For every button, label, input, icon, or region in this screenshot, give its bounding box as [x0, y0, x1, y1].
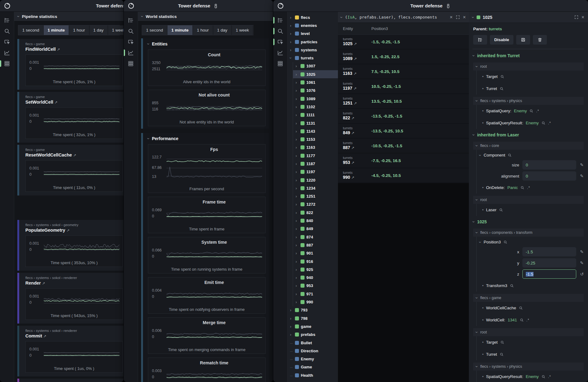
time-range-tab[interactable]: 1 hour — [193, 25, 213, 35]
expand-chevron-icon[interactable] — [296, 259, 299, 264]
tree-item[interactable]: 1007 — [293, 62, 338, 70]
time-range-tab[interactable]: 1 second — [142, 25, 167, 35]
query-result-row[interactable]: turrets 953↗ -7.5, -0.25, 16.5 — [338, 153, 469, 168]
tree-item[interactable]: 1220 — [293, 176, 338, 184]
tree-item[interactable]: 1076 — [293, 87, 338, 95]
tree-item[interactable]: 1163 — [293, 144, 338, 152]
tree-item[interactable]: 874 — [293, 233, 338, 241]
expand-chevron-icon[interactable] — [296, 300, 299, 304]
edit-pencil-icon[interactable]: ✎ — [580, 174, 584, 178]
field-input[interactable]: -0.25 — [522, 258, 576, 268]
tree-item[interactable]: Health — [288, 371, 338, 379]
entity-id-link[interactable]: 887↗ — [343, 145, 354, 150]
query-result-row[interactable]: turrets 849↗ -13.5, -0.25, 10.5 — [338, 124, 469, 139]
expand-chevron-icon[interactable] — [296, 145, 299, 150]
pair-wildcard[interactable]: .* — [527, 186, 530, 190]
expand-chevron-icon[interactable] — [290, 316, 293, 321]
expand-chevron-icon[interactable] — [296, 251, 299, 255]
expand-chevron-icon[interactable] — [296, 210, 299, 215]
disable-button[interactable]: Disable — [490, 35, 513, 45]
field-input[interactable]: -1.5 — [522, 247, 576, 256]
entity-id-link[interactable]: 849↗ — [343, 130, 354, 135]
search-icon[interactable] — [529, 109, 534, 113]
module-group-header[interactable]: › flecs › game — [473, 294, 584, 302]
search-icon[interactable] — [519, 306, 523, 310]
search-icon[interactable] — [499, 352, 504, 357]
show-in-tree-button[interactable] — [473, 35, 487, 45]
edit-pencil-icon[interactable]: ✎ — [580, 260, 584, 265]
module-group-header[interactable]: › root — [473, 328, 584, 336]
tree-item[interactable]: 1025 — [293, 70, 338, 78]
expand-chevron-icon[interactable] — [290, 56, 293, 60]
inspector-icon[interactable] — [273, 36, 287, 47]
expand-chevron-icon[interactable] — [296, 80, 299, 85]
field-input[interactable]: 0 — [522, 160, 576, 170]
module-group-header[interactable]: › flecs › components › transform — [473, 229, 584, 237]
entity-id-link[interactable]: 1197↗ — [343, 86, 357, 91]
search-icon[interactable] — [510, 284, 514, 288]
tree-item[interactable]: 1177 — [293, 152, 338, 160]
system-name-link[interactable]: PopulateGeometry↗ — [25, 228, 123, 233]
query-result-row[interactable]: turrets 1025↗ -1.5, -0.25, -1.5 — [338, 35, 469, 49]
expand-chevron-icon[interactable] — [296, 64, 299, 68]
close-panel-icon[interactable]: × — [463, 15, 466, 20]
tree-item[interactable]: 1197 — [293, 168, 338, 176]
tree-item[interactable]: 849 — [293, 225, 338, 233]
tree-item[interactable]: 1102 — [293, 103, 338, 111]
expand-chevron-icon[interactable] — [296, 194, 299, 199]
query-result-row[interactable]: turrets 822↗ -13.5, -0.25, -1.5 — [338, 109, 469, 124]
expand-chevron-icon[interactable] — [296, 161, 299, 166]
tree-item[interactable]: Enemy — [288, 355, 338, 363]
query-result-row[interactable]: turrets 887↗ -10.5, -0.25, -1.5 — [338, 139, 469, 153]
expand-chevron-icon[interactable] — [296, 170, 299, 174]
tree-item[interactable]: 971 — [293, 290, 338, 298]
delete-button[interactable] — [533, 35, 547, 45]
entity-id-link[interactable]: 990↗ — [343, 175, 354, 180]
tree-item[interactable]: 793 — [288, 306, 338, 314]
search-icon[interactable] — [273, 26, 287, 36]
pair-target-link[interactable]: Panic — [507, 185, 518, 190]
inspector-section-header[interactable]: › inherited from Laser — [473, 129, 584, 139]
edit-pencil-icon[interactable]: ✎ — [580, 249, 584, 254]
search-icon[interactable] — [0, 26, 14, 36]
expand-chevron-icon[interactable] — [296, 178, 299, 182]
expand-chevron-icon[interactable] — [290, 332, 293, 337]
tree-item[interactable]: 1234 — [293, 184, 338, 192]
time-range-tab[interactable]: 1 minute — [44, 25, 69, 35]
tree-item[interactable]: 1143 — [293, 127, 338, 135]
query-input[interactable]: (IsA, prefabs.Laser), flecs.components — [345, 15, 447, 19]
expand-chevron-icon[interactable] — [290, 357, 293, 361]
remote-connection-icon[interactable] — [213, 3, 218, 9]
pipeline-stats-icon[interactable] — [273, 58, 287, 69]
tree-item[interactable]: 940 — [293, 274, 338, 282]
expand-chevron-icon[interactable] — [296, 105, 299, 109]
search-icon[interactable] — [499, 208, 503, 212]
entity-id-link[interactable]: 1089↗ — [343, 56, 357, 61]
save-button[interactable] — [516, 35, 530, 45]
expand-chevron-icon[interactable] — [290, 23, 293, 28]
module-group-header[interactable]: › flecs › systems › physics — [473, 97, 584, 105]
system-name-link[interactable]: Render↗ — [25, 281, 123, 285]
module-group-header[interactable]: › flecs › core — [473, 142, 584, 150]
expand-chevron-icon[interactable] — [296, 121, 299, 126]
entity-id-link[interactable]: 822↗ — [343, 115, 354, 120]
tree-item[interactable]: systems — [288, 46, 338, 54]
inspector-section-header[interactable]: › inherited from Turret — [473, 50, 584, 60]
expand-panel-icon[interactable] — [456, 15, 460, 19]
tree-item[interactable]: 1111 — [293, 111, 338, 119]
tree-item[interactable]: game — [288, 322, 338, 330]
tree-item[interactable]: 840 — [293, 217, 338, 225]
tree-item[interactable]: 1272 — [293, 200, 338, 208]
tree-item[interactable]: particles — [288, 38, 338, 46]
system-name-link[interactable]: ResetWorldCellCache↗ — [25, 152, 123, 157]
panel-header[interactable]: › World statistics — [138, 12, 273, 21]
expand-chevron-icon[interactable] — [290, 349, 293, 353]
tree-item[interactable]: enemies — [288, 21, 338, 29]
time-range-tab[interactable]: 1 minute — [167, 25, 193, 35]
field-input[interactable]: 0 — [522, 171, 576, 181]
query-result-row[interactable]: turrets 1197↗ 10.5, -0.25, -1.5 — [338, 79, 469, 94]
inspector-icon[interactable] — [0, 36, 14, 47]
pair-wildcard[interactable]: .* — [526, 318, 530, 322]
tree-item[interactable]: 953 — [293, 282, 338, 290]
time-range-tab[interactable]: 1 week — [232, 25, 253, 35]
